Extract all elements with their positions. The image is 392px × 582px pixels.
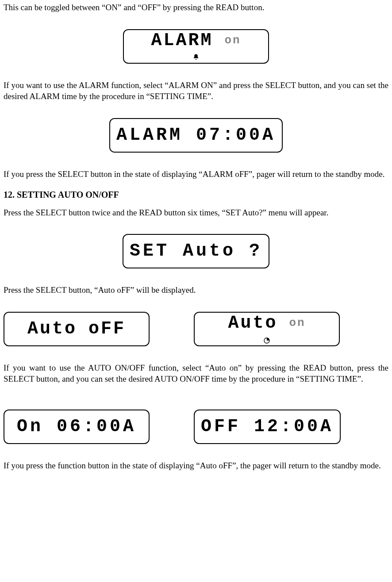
paragraph: Press the SELECT button twice and the RE… bbox=[4, 207, 388, 218]
lcd-text: on bbox=[289, 315, 305, 331]
lcd-auto-on: Auto on bbox=[194, 312, 340, 346]
lcd-alarm-time: ALARM 07:00A bbox=[109, 118, 283, 153]
paragraph: If you press the SELECT button in the st… bbox=[4, 168, 388, 180]
lcd-auto-off: Auto oFF bbox=[4, 312, 150, 346]
paragraph: Press the SELECT button, “Auto oFF” will… bbox=[4, 284, 388, 296]
lcd-text: Auto bbox=[228, 311, 277, 335]
lcd-text: On 06:00A bbox=[17, 415, 136, 439]
paragraph: If you want to use the ALARM function, s… bbox=[4, 80, 388, 102]
lcd-text: ALARM bbox=[151, 29, 213, 53]
clock-icon bbox=[263, 336, 270, 347]
lcd-set-auto: SET Auto ? bbox=[123, 234, 269, 268]
lcd-on-time: On 06:00A bbox=[4, 410, 150, 444]
lcd-text: SET Auto ? bbox=[130, 239, 262, 263]
paragraph: This can be toggled between “ON” and “OF… bbox=[4, 2, 388, 13]
lcd-text: OFF 12:00A bbox=[201, 415, 334, 439]
lcd-text: on bbox=[224, 33, 241, 48]
section-heading: 12. SETTING AUTO ON/OFF bbox=[4, 189, 388, 201]
lcd-text: ALARM 07:00A bbox=[116, 123, 276, 147]
lcd-text: oFF bbox=[88, 317, 126, 341]
paragraph: If you press the function button in the … bbox=[4, 460, 388, 471]
paragraph: If you want to use the AUTO ON/OFF funct… bbox=[4, 362, 388, 385]
bell-icon bbox=[192, 54, 200, 64]
lcd-off-time: OFF 12:00A bbox=[194, 410, 341, 444]
lcd-alarm-on: ALARM on bbox=[123, 29, 269, 64]
lcd-text: Auto bbox=[27, 317, 77, 341]
